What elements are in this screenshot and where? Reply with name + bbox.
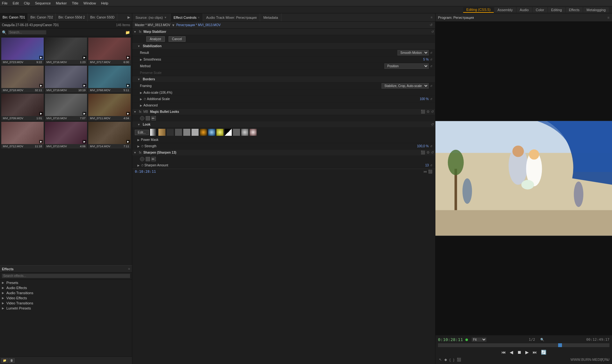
menu-marker[interactable]: Marker — [56, 1, 67, 5]
look-header[interactable]: ▼ Look ↺ — [132, 121, 435, 128]
btn-loop[interactable]: 🔄 — [540, 349, 548, 355]
menu-sequence[interactable]: Sequence — [35, 1, 51, 5]
ws-tab-editing-css[interactable]: Editing (CSS.5) — [463, 7, 494, 13]
look-swatch-color2[interactable] — [208, 129, 215, 136]
btn-play[interactable]: ▶ — [524, 349, 530, 355]
look-swatch-color6[interactable] — [241, 129, 248, 136]
magic-toggle-icon[interactable]: ⬛ — [421, 110, 425, 114]
menu-clip[interactable]: Clip — [24, 1, 30, 5]
tab-audio-track-mixer[interactable]: Audio Track Mixer: Регистрация — [203, 13, 260, 21]
ws-tab-metalogging[interactable]: Metalogging — [583, 7, 609, 12]
panel-tab-menu[interactable]: ≡ — [428, 16, 435, 19]
look-swatch-color5[interactable] — [233, 129, 240, 136]
addscale-reset[interactable]: ↺ — [430, 98, 433, 101]
ws-tab-audio[interactable]: Audio — [517, 7, 532, 12]
look-swatch-color4[interactable] — [225, 129, 232, 136]
look-reset[interactable]: ↺ — [431, 122, 434, 127]
prog-select-tool[interactable]: ↖ — [438, 357, 443, 362]
program-mini-timeline[interactable] — [438, 343, 609, 347]
result-reset[interactable]: ↺ — [430, 51, 433, 55]
fx-sharpen-header[interactable]: ▼ fx Sharpen (Sharpen 13) ⬛ ⚙ ↺ — [132, 149, 435, 156]
btn-play-back[interactable]: ◀ — [508, 349, 514, 355]
btn-stop[interactable]: ⏹ — [516, 349, 523, 355]
look-swatch-mid[interactable] — [175, 129, 182, 136]
ws-tab-editing[interactable]: Editing — [548, 7, 565, 12]
look-swatch-color7[interactable] — [250, 129, 257, 136]
menu-edit[interactable]: Edit — [13, 1, 19, 5]
bin-item-7[interactable]: ▶ MVI_0710.MOV 7:07 — [45, 94, 87, 120]
prog-marker-tool[interactable]: ◆ — [443, 357, 448, 362]
menu-file[interactable]: File — [2, 1, 8, 5]
bin-item-1[interactable]: ▶ MVI_0716.MOV 1:23 — [45, 38, 87, 64]
effects-new-bin-btn[interactable]: 📁 — [1, 358, 8, 363]
result-dropdown[interactable]: Smooth Motion No Motion — [397, 50, 429, 55]
ec-reset-all-icon[interactable]: ↺ — [430, 23, 433, 27]
sharpen-settings-icon[interactable]: ⚙ — [426, 150, 430, 155]
bin-item-6[interactable]: ▶ MVI_0709.MOV 1:01 — [1, 94, 44, 120]
prog-out-tool[interactable]: } — [452, 358, 455, 362]
fx-magic-header[interactable]: ▼ fx MB Magic Bullet Looks ⬛ ⚙ ↺ — [132, 109, 435, 115]
look-swatch-color1[interactable] — [200, 129, 207, 136]
ec-action2[interactable]: ⬛ — [428, 170, 433, 174]
cancel-button[interactable]: Cancel — [169, 36, 186, 42]
borders-header[interactable]: ▼ Borders — [132, 76, 435, 83]
bin-item-11[interactable]: ▶ MVI_0714.MOV 7:11 — [88, 122, 131, 149]
effects-video-effects[interactable]: ▶ Video Effects — [0, 295, 132, 301]
bin-tab-7d1[interactable]: Bin: Canon 7D1 — [0, 13, 28, 21]
bin-item-4[interactable]: ▶ MVI_0719.MOV 10:19 — [45, 66, 87, 92]
fit-dropdown[interactable]: Fit 25% 50% 75% 100% — [472, 338, 486, 342]
magic-square-tool[interactable] — [146, 116, 150, 120]
method-dropdown[interactable]: Position Position, Scale, Rotation Persp… — [384, 63, 429, 69]
effects-search-input[interactable] — [2, 274, 130, 278]
ec-action1[interactable]: ⏮ — [423, 170, 427, 174]
bin-item-5[interactable]: ▶ MVI_0768.MOV 5:11 — [88, 66, 131, 92]
ws-tab-assembly[interactable]: Assembly — [494, 7, 516, 12]
bin-item-10[interactable]: ▶ MVI_0713.MOV 4:06 — [45, 122, 87, 149]
sharpen-square-tool[interactable] — [146, 157, 150, 161]
btn-step-back[interactable]: ⏮ — [500, 349, 507, 355]
look-swatch-color3[interactable] — [216, 129, 223, 136]
effects-audio-transitions[interactable]: ▶ Audio Transitions — [0, 290, 132, 295]
tab-metadata[interactable]: Metadata — [260, 13, 281, 21]
effects-audio-effects[interactable]: ▶ Audio Effects — [0, 285, 132, 290]
look-swatch-light[interactable] — [183, 129, 190, 136]
stabilization-header[interactable]: ▼ Stabilization — [132, 43, 435, 49]
bin-item-0[interactable]: ▶ MVI_0723.MOV 9:22 — [1, 38, 44, 64]
menu-window[interactable]: Window — [84, 1, 96, 5]
analyze-button[interactable]: Analyze — [146, 36, 165, 42]
look-swatch-bw[interactable] — [150, 129, 157, 136]
bin-tab-7d2[interactable]: Bin: Canon 7D2 — [28, 13, 56, 21]
warp-reset-icon[interactable]: ↺ — [431, 30, 434, 33]
magic-reset-icon[interactable]: ↺ — [431, 110, 434, 114]
fx-warp-header[interactable]: ▼ fx Warp Stabilizer ↺ — [132, 29, 435, 35]
effects-lumetri[interactable]: ▶ Lumetri Presets — [0, 306, 132, 311]
prog-in-tool[interactable]: { — [448, 358, 452, 362]
menu-title[interactable]: Title — [72, 1, 78, 5]
btn-step-forward[interactable]: ⏭ — [531, 349, 538, 355]
bin-item-8[interactable]: ▶ MVI_0711.MOV 4:04 — [88, 94, 131, 120]
bin-item-9[interactable]: ▶ MVI_0712.MOV 11:18 — [1, 122, 44, 149]
look-swatch-bright[interactable] — [192, 129, 199, 136]
framing-dropdown[interactable]: Stabilize, Crop, Auto-scale Stabilize On… — [382, 83, 429, 89]
bin-tab-550d[interactable]: Bin: Canon 550D — [88, 13, 117, 21]
sharpen-toggle-icon[interactable]: ⬛ — [421, 150, 425, 155]
prog-export-tool[interactable]: ⬛ — [456, 357, 462, 362]
bin-search-input[interactable] — [8, 30, 46, 34]
sharpen-pen-tool[interactable]: ✏ — [151, 157, 156, 161]
bin-item-3[interactable]: ▶ MVI_0718.MOV 32:11 — [1, 66, 44, 92]
edit-button[interactable]: Edit... — [135, 130, 149, 135]
bin-tab-550d2[interactable]: Bin: Canon 550d 2 — [56, 13, 88, 21]
sa-reset[interactable]: ↺ — [430, 164, 433, 167]
zoom-icon[interactable]: 🔍 — [540, 338, 544, 341]
ws-tab-effects[interactable]: Effects — [566, 7, 583, 12]
effects-video-transitions[interactable]: ▶ Video Transitions — [0, 301, 132, 306]
ws-tab-color[interactable]: Color — [533, 7, 547, 12]
look-swatch-dark[interactable] — [167, 129, 174, 136]
tab-effect-controls[interactable]: Effect Controls ≡ — [171, 13, 203, 21]
magic-pen-tool[interactable]: ✏ — [151, 116, 156, 120]
method-reset[interactable]: ↺ — [430, 65, 433, 68]
tab-source[interactable]: Source: (no clips) ▼ — [132, 13, 171, 21]
look-swatch-sepia[interactable] — [158, 129, 165, 136]
bin-item-2[interactable]: ▶ MVI_0717.MOV 6:00 — [88, 38, 131, 64]
sharpen-circle-tool[interactable] — [140, 157, 144, 161]
